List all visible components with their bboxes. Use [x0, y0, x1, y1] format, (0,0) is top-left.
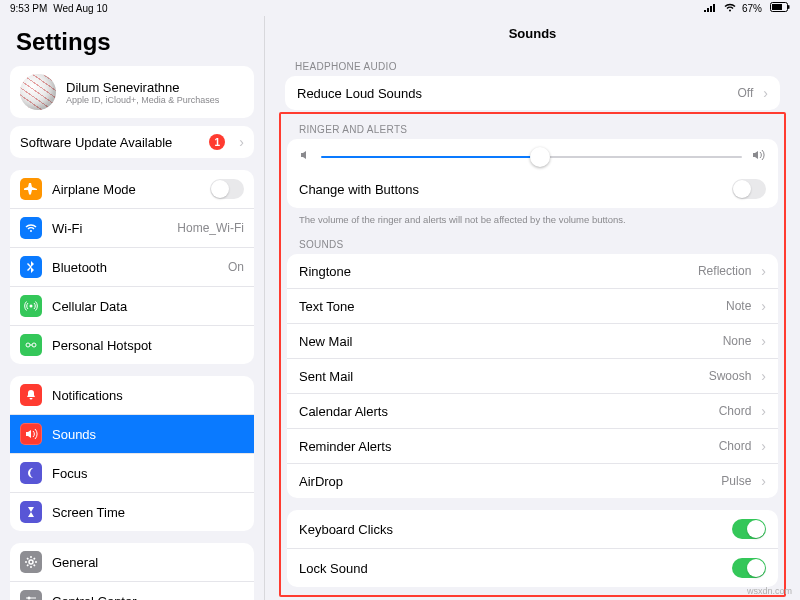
gear-icon: [20, 551, 42, 573]
change-with-buttons-row[interactable]: Change with Buttons: [287, 170, 778, 208]
sound-row-ringtone[interactable]: RingtoneReflection›: [287, 254, 778, 289]
sound-row-reminder-alerts[interactable]: Reminder AlertsChord›: [287, 429, 778, 464]
chevron-right-icon: ›: [761, 473, 766, 489]
battery-text: 67%: [742, 3, 762, 14]
sidebar-title: Settings: [0, 16, 264, 66]
sidebar-item-bluetooth[interactable]: BluetoothOn: [10, 248, 254, 287]
wifi-icon: [722, 3, 736, 14]
apple-id-card[interactable]: Dilum Senevirathne Apple ID, iCloud+, Me…: [10, 66, 254, 118]
highlight-annotation: RINGER AND ALERTS Change with Buttons: [279, 112, 786, 597]
sidebar-item-personal-hotspot[interactable]: Personal Hotspot: [10, 326, 254, 364]
chevron-right-icon: ›: [761, 368, 766, 384]
change-label: Change with Buttons: [299, 182, 722, 197]
sound-label: New Mail: [299, 334, 713, 349]
sidebar-item-airplane-mode[interactable]: Airplane Mode: [10, 170, 254, 209]
keyboard-clicks-toggle[interactable]: [732, 519, 766, 539]
sound-label: AirDrop: [299, 474, 711, 489]
svg-rect-0: [704, 10, 706, 12]
slider-thumb[interactable]: [530, 147, 550, 167]
update-badge: 1: [209, 134, 225, 150]
sound-value: Note: [726, 299, 751, 313]
sidebar-item-general[interactable]: General: [10, 543, 254, 582]
sidebar-item-cellular-data[interactable]: Cellular Data: [10, 287, 254, 326]
chevron-right-icon: ›: [763, 85, 768, 101]
sidebar-item-label: Focus: [52, 466, 244, 481]
svg-point-13: [28, 597, 31, 600]
sound-row-new-mail[interactable]: New MailNone›: [287, 324, 778, 359]
cellular-icon: [20, 295, 42, 317]
sidebar-item-wi-fi[interactable]: Wi-FiHome_Wi-Fi: [10, 209, 254, 248]
sidebar-item-label: Screen Time: [52, 505, 244, 520]
svg-rect-5: [772, 4, 782, 10]
sidebar-item-label: Control Center: [52, 594, 244, 601]
keyboard-clicks-row[interactable]: Keyboard Clicks: [287, 510, 778, 549]
sound-row-text-tone[interactable]: Text ToneNote›: [287, 289, 778, 324]
sidebar-item-label: Sounds: [52, 427, 244, 442]
lock-sound-toggle[interactable]: [732, 558, 766, 578]
toggle[interactable]: [210, 179, 244, 199]
svg-point-7: [30, 305, 33, 308]
ringer-volume-slider[interactable]: [321, 156, 742, 158]
chevron-right-icon: ›: [761, 298, 766, 314]
battery-icon: [768, 2, 790, 14]
sidebar-item-label: Notifications: [52, 388, 244, 403]
sound-label: Sent Mail: [299, 369, 699, 384]
svg-point-9: [32, 343, 36, 347]
row-value: On: [228, 260, 244, 274]
sound-value: Swoosh: [709, 369, 752, 383]
change-with-buttons-toggle[interactable]: [732, 179, 766, 199]
sound-label: Calendar Alerts: [299, 404, 709, 419]
sound-row-calendar-alerts[interactable]: Calendar AlertsChord›: [287, 394, 778, 429]
wifi-icon: [20, 217, 42, 239]
reduce-loud-sounds-row[interactable]: Reduce Loud Sounds Off ›: [285, 76, 780, 110]
ringer-volume-row: [287, 139, 778, 170]
sound-label: Text Tone: [299, 299, 716, 314]
sound-value: None: [723, 334, 752, 348]
chevron-right-icon: ›: [239, 134, 244, 150]
row-value: Home_Wi-Fi: [177, 221, 244, 235]
sound-row-sent-mail[interactable]: Sent MailSwoosh›: [287, 359, 778, 394]
sidebar-item-label: Cellular Data: [52, 299, 244, 314]
chevron-right-icon: ›: [761, 438, 766, 454]
svg-rect-6: [788, 5, 790, 9]
moon-icon: [20, 462, 42, 484]
sound-value: Chord: [719, 404, 752, 418]
svg-rect-1: [707, 8, 709, 12]
section-sounds: SOUNDS: [285, 233, 780, 254]
sound-value: Pulse: [721, 474, 751, 488]
svg-point-11: [29, 560, 33, 564]
status-date: Wed Aug 10: [53, 3, 107, 14]
software-update-row[interactable]: Software Update Available 1 ›: [10, 126, 254, 158]
avatar: [20, 74, 56, 110]
section-headphone-audio: HEADPHONE AUDIO: [265, 55, 800, 76]
reduce-label: Reduce Loud Sounds: [297, 86, 728, 101]
signal-icon: [702, 3, 716, 14]
speaker-icon: [20, 423, 42, 445]
airplane-icon: [20, 178, 42, 200]
volume-high-icon: [752, 149, 766, 164]
sidebar-item-sounds[interactable]: Sounds: [10, 415, 254, 454]
lock-sound-label: Lock Sound: [299, 561, 722, 576]
sound-value: Chord: [719, 439, 752, 453]
sidebar-item-focus[interactable]: Focus: [10, 454, 254, 493]
sound-row-airdrop[interactable]: AirDropPulse›: [287, 464, 778, 498]
page-title: Sounds: [265, 16, 800, 55]
sidebar: Settings Dilum Senevirathne Apple ID, iC…: [0, 16, 265, 600]
keyboard-clicks-label: Keyboard Clicks: [299, 522, 722, 537]
sidebar-item-screen-time[interactable]: Screen Time: [10, 493, 254, 531]
chevron-right-icon: ›: [761, 403, 766, 419]
sidebar-item-notifications[interactable]: Notifications: [10, 376, 254, 415]
svg-point-8: [26, 343, 30, 347]
reduce-value: Off: [738, 86, 754, 100]
status-time: 9:53 PM: [10, 3, 47, 14]
account-name: Dilum Senevirathne: [66, 80, 219, 95]
chevron-right-icon: ›: [761, 263, 766, 279]
change-note: The volume of the ringer and alerts will…: [285, 210, 780, 233]
lock-sound-row[interactable]: Lock Sound: [287, 549, 778, 587]
account-sub: Apple ID, iCloud+, Media & Purchases: [66, 95, 219, 105]
sound-label: Reminder Alerts: [299, 439, 709, 454]
sidebar-item-control-center[interactable]: Control Center: [10, 582, 254, 600]
sidebar-item-label: General: [52, 555, 244, 570]
bluetooth-icon: [20, 256, 42, 278]
status-bar: 9:53 PM Wed Aug 10 67%: [0, 0, 800, 16]
